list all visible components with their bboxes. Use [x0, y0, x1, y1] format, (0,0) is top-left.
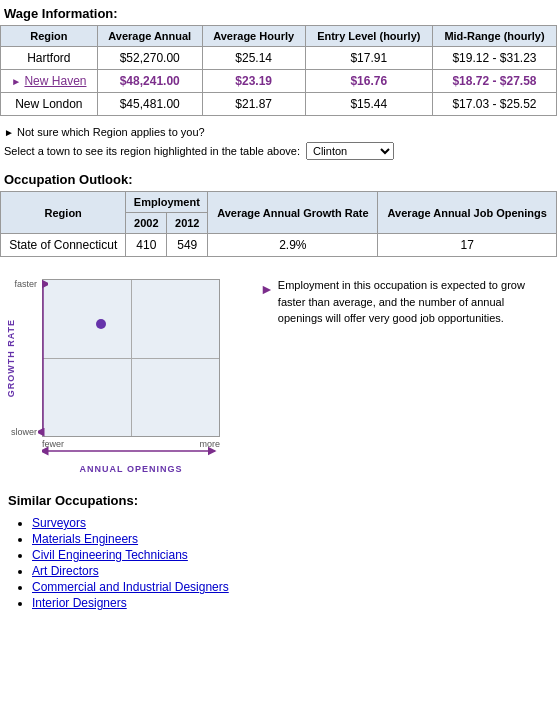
chart-container: GROWTH RATE faster slower fewer more: [4, 269, 244, 479]
similar-link[interactable]: Civil Engineering Technicians: [32, 548, 188, 562]
similar-item: Materials Engineers: [32, 532, 553, 546]
chart-section: GROWTH RATE faster slower fewer more: [0, 265, 557, 483]
similar-link[interactable]: Art Directors: [32, 564, 99, 578]
wage-row-avg_hourly: $21.87: [202, 93, 305, 116]
chart-plot-area: [42, 279, 220, 437]
wage-row-avg_annual: $45,481.00: [97, 93, 202, 116]
col-avg-annual: Average Annual: [97, 26, 202, 47]
arrow-indicator: ►: [4, 127, 14, 138]
similar-item: Commercial and Industrial Designers: [32, 580, 553, 594]
region-note: ► Not sure which Region applies to you?: [0, 122, 557, 140]
outlook-col-employment: Employment: [126, 192, 208, 213]
year-2012: 2012: [167, 213, 208, 234]
col-entry-level: Entry Level (hourly): [305, 26, 432, 47]
similar-link[interactable]: Materials Engineers: [32, 532, 138, 546]
wage-row-region: New London: [1, 93, 98, 116]
wage-row-avg_hourly: $23.19: [202, 70, 305, 93]
desc-arrow-icon: ►: [260, 279, 274, 300]
chart-description-text: Employment in this occupation is expecte…: [278, 277, 545, 327]
col-avg-hourly: Average Hourly: [202, 26, 305, 47]
similar-item: Interior Designers: [32, 596, 553, 610]
outlook-row-cell: 549: [167, 234, 208, 257]
region-select-row: Select a town to see its region highligh…: [0, 140, 557, 166]
similar-section: Similar Occupations: SurveyorsMaterials …: [0, 483, 557, 616]
col-mid-range: Mid-Range (hourly): [432, 26, 556, 47]
similar-item: Surveyors: [32, 516, 553, 530]
data-point: [96, 319, 106, 329]
outlook-row-cell: State of Connecticut: [1, 234, 126, 257]
wage-row-entry_level: $15.44: [305, 93, 432, 116]
similar-item: Civil Engineering Technicians: [32, 548, 553, 562]
outlook-table: Region Employment Average Annual Growth …: [0, 191, 557, 257]
outlook-row-cell: 17: [378, 234, 557, 257]
x-axis-arrow: [42, 445, 220, 457]
col-region: Region: [1, 26, 98, 47]
similar-link[interactable]: Commercial and Industrial Designers: [32, 580, 229, 594]
v-line: [131, 280, 132, 436]
outlook-row-cell: 410: [126, 234, 167, 257]
y-faster-label: faster: [14, 279, 37, 289]
x-axis-title: ANNUAL OPENINGS: [42, 464, 220, 474]
chart-description-area: ► Employment in this occupation is expec…: [244, 269, 553, 335]
wage-row-mid_range: $18.72 - $27.58: [432, 70, 556, 93]
outlook-section: Occupation Outlook: Region Employment Av…: [0, 166, 557, 257]
wage-row-mid_range: $19.12 - $31.23: [432, 47, 556, 70]
wage-table: Region Average Annual Average Hourly Ent…: [0, 25, 557, 116]
wage-row-mid_range: $17.03 - $25.52: [432, 93, 556, 116]
similar-link[interactable]: Surveyors: [32, 516, 86, 530]
wage-section: Wage Information: Region Average Annual …: [0, 0, 557, 116]
similar-list: SurveyorsMaterials EngineersCivil Engine…: [4, 516, 553, 610]
wage-row-entry_level: $16.76: [305, 70, 432, 93]
wage-title: Wage Information:: [0, 0, 557, 25]
wage-row-avg_annual: $52,270.00: [97, 47, 202, 70]
outlook-title: Occupation Outlook:: [0, 166, 557, 191]
year-2002: 2002: [126, 213, 167, 234]
outlook-row-cell: 2.9%: [208, 234, 378, 257]
region-select[interactable]: ClintonHartfordNew HavenNew London: [306, 142, 394, 160]
y-axis-labels: faster slower: [4, 279, 40, 437]
wage-row-region: Hartford: [1, 47, 98, 70]
outlook-col-openings: Average Annual Job Openings: [378, 192, 557, 234]
y-axis-arrow: [38, 279, 48, 437]
similar-link[interactable]: Interior Designers: [32, 596, 127, 610]
similar-title: Similar Occupations:: [4, 487, 553, 512]
y-slower-label: slower: [11, 427, 37, 437]
wage-row-region: ► New Haven: [1, 70, 98, 93]
similar-item: Art Directors: [32, 564, 553, 578]
wage-row-avg_hourly: $25.14: [202, 47, 305, 70]
region-select-label: Select a town to see its region highligh…: [4, 145, 300, 157]
wage-row-avg_annual: $48,241.00: [97, 70, 202, 93]
outlook-col-growth: Average Annual Growth Rate: [208, 192, 378, 234]
wage-row-entry_level: $17.91: [305, 47, 432, 70]
outlook-col-region: Region: [1, 192, 126, 234]
